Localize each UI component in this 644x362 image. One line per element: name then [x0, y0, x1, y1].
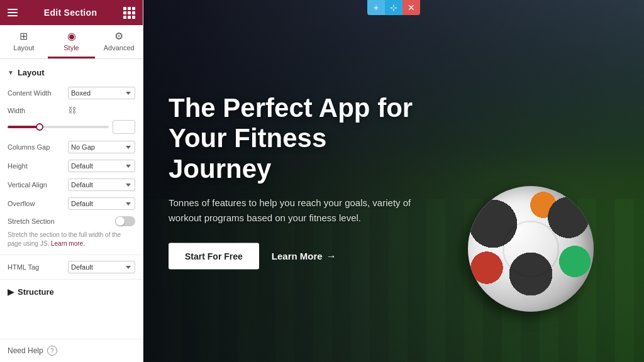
height-row: Height Default Min Height [0, 156, 143, 175]
structure-section-header[interactable]: ▶ Structure [0, 282, 143, 302]
structure-section-label: Structure [18, 287, 54, 297]
tab-advanced-label: Advanced [104, 44, 135, 52]
divider [0, 255, 143, 255]
panel-header: Edit Section [0, 0, 143, 25]
start-for-free-button[interactable]: Start For Free [169, 243, 259, 269]
layout-icon: ⊞ [19, 30, 28, 42]
hero-title: The Perfect App for Your Fitness Journey [169, 93, 433, 184]
columns-gap-select[interactable]: No Gap Default Wide [68, 141, 135, 153]
canvas-toolbar: + ⊹ ✕ [367, 0, 420, 15]
left-panel: Edit Section ⊞ Layout ◉ Style ⚙ Advanced… [0, 0, 143, 362]
learn-more-button[interactable]: Learn More → [272, 250, 336, 261]
width-label: Width [8, 107, 64, 114]
canvas-area: + ⊹ ✕ The Perfect App for Your Fitness J… [143, 0, 644, 362]
hero-buttons: Start For Free Learn More → [169, 243, 433, 269]
divider-2 [0, 279, 143, 280]
vertical-align-select[interactable]: Default Top Middle Bottom [68, 178, 135, 191]
advanced-icon: ⚙ [114, 30, 123, 42]
learn-more-link[interactable]: Learn more. [51, 240, 85, 247]
layout-section-label: Layout [18, 68, 45, 77]
vertical-align-row: Vertical Align Default Top Middle Bottom [0, 175, 143, 194]
width-slider-value[interactable] [113, 120, 135, 134]
html-tag-label: HTML Tag [8, 263, 64, 271]
width-slider-thumb[interactable] [36, 123, 43, 131]
width-row: Width ⛓ [0, 102, 143, 118]
style-icon: ◉ [67, 30, 76, 42]
tab-style-label: Style [64, 44, 79, 52]
hero-content: The Perfect App for Your Fitness Journey… [169, 93, 433, 270]
toggle-knob [116, 217, 125, 226]
content-width-row: Content Width Boxed Full Width [0, 84, 143, 102]
link-icon[interactable]: ⛓ [68, 106, 76, 115]
columns-gap-row: Columns Gap No Gap Default Wide [0, 138, 143, 156]
tab-advanced[interactable]: ⚙ Advanced [95, 25, 143, 58]
stretch-section-toggle[interactable] [115, 216, 135, 226]
width-slider-row [0, 118, 143, 138]
layout-arrow-icon: ▼ [8, 69, 14, 76]
hamburger-icon[interactable] [8, 9, 18, 16]
html-tag-select[interactable]: Default header main footer section [68, 261, 135, 273]
need-help-row[interactable]: Need Help ? [8, 346, 135, 356]
need-help-text: Need Help [8, 346, 43, 355]
soccer-ball [468, 186, 594, 312]
overflow-select[interactable]: Default Hidden [68, 197, 135, 210]
stretch-section-row: Stretch Section [0, 213, 143, 229]
tab-layout-label: Layout [13, 44, 34, 52]
structure-arrow-icon: ▶ [8, 287, 14, 297]
panel-tabs: ⊞ Layout ◉ Style ⚙ Advanced [0, 25, 143, 59]
overflow-row: Overflow Default Hidden [0, 194, 143, 213]
panel-content: ▼ Layout Content Width Boxed Full Width … [0, 59, 143, 339]
help-icon: ? [47, 346, 57, 356]
stretch-note: Stretch the section to the full width of… [0, 229, 143, 252]
content-width-label: Content Width [8, 89, 64, 97]
panel-footer: Need Help ? [0, 339, 143, 362]
grid-icon[interactable] [123, 7, 135, 19]
stretch-section-label: Stretch Section [8, 217, 111, 225]
hero-subtitle: Tonnes of features to help you reach you… [169, 195, 433, 225]
toolbar-close-button[interactable]: ✕ [402, 0, 420, 15]
ball-pattern [468, 186, 594, 312]
html-tag-row: HTML Tag Default header main footer sect… [0, 258, 143, 277]
tab-style[interactable]: ◉ Style [48, 25, 96, 58]
content-width-select[interactable]: Boxed Full Width [68, 87, 135, 99]
learn-more-arrow-icon: → [326, 250, 336, 261]
width-slider-track[interactable] [8, 126, 109, 128]
tab-layout[interactable]: ⊞ Layout [0, 25, 48, 58]
panel-title: Edit Section [44, 8, 97, 18]
overflow-label: Overflow [8, 200, 64, 207]
toolbar-add-button[interactable]: + [367, 0, 385, 15]
vertical-align-label: Vertical Align [8, 181, 64, 189]
height-select[interactable]: Default Min Height [68, 160, 135, 172]
toolbar-move-button[interactable]: ⊹ [385, 0, 402, 15]
layout-section-header[interactable]: ▼ Layout [0, 64, 143, 84]
learn-more-label: Learn More [272, 251, 323, 261]
height-label: Height [8, 162, 64, 170]
columns-gap-label: Columns Gap [8, 143, 64, 151]
